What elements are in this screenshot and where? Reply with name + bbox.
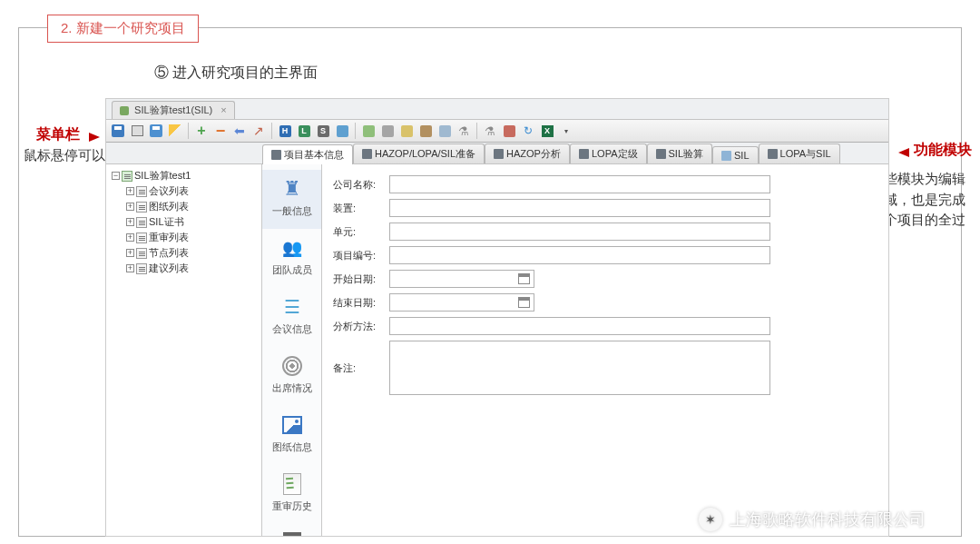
module-tab-label: 项目基本信息 bbox=[284, 148, 344, 162]
toolbar-flask2-button[interactable]: ⚗ bbox=[482, 123, 498, 139]
expand-icon[interactable]: + bbox=[126, 203, 134, 211]
tree-item-4[interactable]: +节点列表 bbox=[108, 245, 260, 261]
collapse-icon[interactable]: − bbox=[112, 172, 120, 180]
sidenav-cert[interactable]: SIL证书 bbox=[262, 524, 321, 537]
tree-item-1[interactable]: +图纸列表 bbox=[108, 199, 260, 214]
toolbar-minus-button[interactable]: − bbox=[212, 123, 229, 139]
module-tab-icon bbox=[721, 151, 731, 161]
tree-item-label: 图纸列表 bbox=[149, 200, 189, 213]
toolbar-sheet-button[interactable] bbox=[379, 123, 396, 139]
toolbar-plus-button[interactable]: + bbox=[193, 123, 210, 139]
module-tab-label: HAZOP/LOPA/SIL准备 bbox=[375, 147, 475, 161]
module-tab-6[interactable]: LOPA与SIL bbox=[759, 143, 840, 163]
sidenav-img[interactable]: 图纸信息 bbox=[262, 406, 321, 465]
sidenav-att[interactable]: 出席情况 bbox=[262, 347, 321, 406]
sidenav-team[interactable]: 👥团队成员 bbox=[262, 229, 321, 288]
toolbar-L-button[interactable]: L bbox=[296, 123, 312, 139]
expand-icon[interactable]: + bbox=[126, 233, 134, 242]
watermark-text: 上海歌略软件科技有限公司 bbox=[730, 509, 926, 530]
list-icon bbox=[136, 232, 147, 243]
startdate-input[interactable] bbox=[389, 270, 534, 288]
tree-item-0[interactable]: +会议列表 bbox=[108, 183, 260, 199]
module-tab-icon bbox=[768, 149, 778, 159]
method-label: 分析方法: bbox=[333, 320, 389, 333]
toolbar-save-button[interactable] bbox=[110, 123, 126, 139]
module-tab-icon bbox=[271, 150, 281, 160]
module-tab-0[interactable]: 项目基本信息 bbox=[262, 144, 353, 164]
module-tab-3[interactable]: LOPA定级 bbox=[570, 143, 647, 163]
projectno-label: 项目编号: bbox=[333, 249, 389, 262]
tree-item-label: 会议列表 bbox=[149, 184, 189, 198]
tree-item-5[interactable]: +建议列表 bbox=[108, 261, 260, 276]
module-tab-label: HAZOP分析 bbox=[506, 147, 561, 161]
module-tab-label: SIL验算 bbox=[669, 147, 704, 161]
wechat-icon: ✶ bbox=[699, 508, 722, 531]
toolbar-doc-button[interactable] bbox=[360, 123, 377, 139]
remark-input[interactable] bbox=[389, 341, 770, 395]
expand-icon[interactable]: + bbox=[126, 218, 134, 226]
anno-arrow-icon bbox=[898, 148, 909, 157]
unit-input[interactable] bbox=[389, 223, 770, 241]
company-label: 公司名称: bbox=[333, 178, 389, 192]
toolbar-note-button[interactable] bbox=[398, 123, 415, 139]
sidenav-label: 会议信息 bbox=[272, 322, 312, 336]
expand-icon[interactable]: + bbox=[126, 264, 134, 272]
tree-item-3[interactable]: +重审列表 bbox=[108, 230, 260, 245]
img-icon bbox=[279, 413, 306, 437]
cert-icon bbox=[279, 531, 306, 537]
sidenav-info[interactable]: ♜一般信息 bbox=[262, 170, 321, 229]
att-icon bbox=[279, 354, 306, 378]
sidenav-hist[interactable]: 重审历史 bbox=[262, 465, 321, 524]
toolbar-sheet2-button[interactable] bbox=[436, 123, 453, 139]
toolbar-arrowOut-button[interactable]: ↗ bbox=[250, 123, 267, 139]
toolbar-down-button[interactable]: ▾ bbox=[558, 123, 574, 139]
sidenav-label: 出席情况 bbox=[272, 381, 312, 395]
toolbar-copy-button[interactable] bbox=[334, 123, 350, 139]
expand-icon[interactable]: + bbox=[126, 249, 134, 257]
tree-root[interactable]: −SIL验算test1 bbox=[108, 168, 260, 183]
module-tab-4[interactable]: SIL验算 bbox=[647, 143, 713, 163]
module-tab-icon bbox=[362, 149, 372, 159]
module-tab-2[interactable]: HAZOP分析 bbox=[485, 143, 570, 163]
toolbar-pencil-button[interactable] bbox=[167, 123, 183, 139]
sidenav-label: 图纸信息 bbox=[272, 440, 312, 454]
enddate-input[interactable] bbox=[389, 293, 534, 312]
toolbar-flag-button[interactable] bbox=[501, 123, 517, 139]
toolbar-save2-button[interactable] bbox=[148, 123, 164, 139]
toolbar-flask-button[interactable]: ⚗ bbox=[456, 123, 472, 139]
toolbar-H-button[interactable]: H bbox=[277, 123, 293, 139]
device-input[interactable] bbox=[389, 199, 770, 217]
module-tab-5[interactable]: SIL bbox=[712, 146, 759, 163]
enddate-label: 结束日期: bbox=[333, 296, 389, 310]
expand-icon[interactable]: + bbox=[126, 187, 134, 195]
toolbar-arrowL-button[interactable]: ⬅ bbox=[231, 123, 248, 139]
module-tab-icon bbox=[579, 149, 589, 159]
method-input[interactable] bbox=[389, 317, 770, 335]
doc-tab-icon bbox=[120, 106, 129, 115]
sidenav-label: 重审历史 bbox=[272, 499, 312, 513]
remark-label: 备注: bbox=[333, 361, 389, 375]
meet-icon: ☰ bbox=[279, 295, 306, 319]
step-title: ⑤ 进入研究项目的主界面 bbox=[154, 64, 318, 83]
sidenav-meet[interactable]: ☰会议信息 bbox=[262, 288, 321, 347]
sidenav-label: 一般信息 bbox=[272, 204, 312, 218]
toolbar-S-button[interactable]: S bbox=[315, 123, 331, 139]
hist-icon bbox=[279, 472, 306, 496]
workspace: −SIL验算test1+会议列表+图纸列表+SIL证书+重审列表+节点列表+建议… bbox=[106, 164, 888, 536]
module-tab-1[interactable]: HAZOP/LOPA/SIL准备 bbox=[353, 143, 485, 163]
toolbar: +−⬅↗HLS⚗⚗↻X▾ bbox=[106, 119, 888, 143]
module-tab-label: LOPA与SIL bbox=[780, 147, 831, 161]
projectno-input[interactable] bbox=[389, 246, 770, 264]
toolbar-print-button[interactable] bbox=[129, 123, 145, 139]
tree-panel[interactable]: −SIL验算test1+会议列表+图纸列表+SIL证书+重审列表+节点列表+建议… bbox=[106, 164, 262, 536]
list-icon bbox=[136, 217, 147, 228]
toolbar-refresh-button[interactable]: ↻ bbox=[520, 123, 536, 139]
close-icon[interactable]: × bbox=[220, 104, 226, 115]
sidenav-label: 团队成员 bbox=[272, 263, 312, 277]
tree-item-label: 重审列表 bbox=[149, 231, 189, 244]
company-input[interactable] bbox=[389, 175, 770, 193]
tree-item-2[interactable]: +SIL证书 bbox=[108, 214, 260, 230]
toolbar-excel-button[interactable]: X bbox=[539, 123, 555, 139]
doc-tab[interactable]: SIL验算test1(SIL) × bbox=[112, 101, 235, 119]
toolbar-lock-button[interactable] bbox=[417, 123, 434, 139]
